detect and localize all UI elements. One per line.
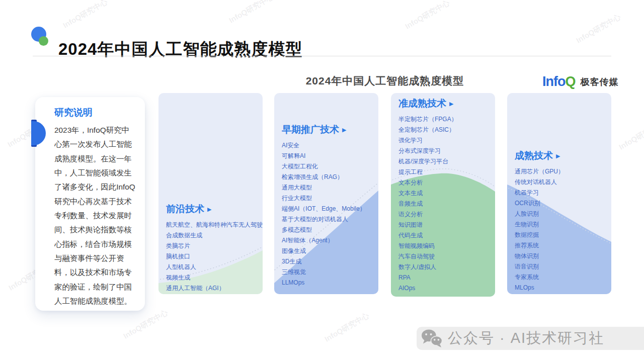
background-watermark: InfoQ研究中心 [404, 0, 451, 32]
tech-item: 通用大模型 [282, 183, 378, 193]
tech-item: 语音识别 [515, 261, 611, 272]
tech-item: 强化学习 [398, 135, 495, 146]
research-note-body: 2023年，InfoQ研究中心第一次发布人工智能成熟度模型。在这一年中，人工智能… [54, 123, 136, 308]
tech-item: 合成数据生成 [166, 230, 263, 241]
arrow-right-icon: ▶ [342, 127, 346, 133]
background-watermark: InfoQ研究中心 [227, 0, 275, 26]
tech-item: 机器学习 [515, 188, 611, 198]
column-quasi-mature-tech: 准成熟技术▶ 半定制芯片（FPGA）全定制芯片（ASIC）强化学习分布式深度学习… [391, 93, 495, 297]
tech-item: RPA [398, 273, 495, 283]
tech-item: 通用芯片（GPU） [515, 166, 611, 177]
tech-item: 代码生成 [398, 230, 495, 241]
tech-item: 人脸识别 [515, 209, 611, 219]
tech-item: 推荐系统 [515, 240, 611, 251]
wechat-icon [421, 328, 444, 348]
column-mature-tech: 成熟技术▶ 通用芯片（GPU）传统对话机器人机器学习OCR识别人脸识别生物识别数… [507, 93, 611, 294]
tech-item: 分布式深度学习 [398, 146, 495, 156]
column-title: 成熟技术▶ [515, 149, 611, 162]
tech-item: 文本生成 [398, 188, 495, 199]
infoq-logo: Info Q 极客传媒 [542, 74, 619, 89]
tech-item: 半定制芯片（FPGA） [398, 114, 495, 125]
tech-item: 端侧AI（IOT、Edge、Mobile） [282, 204, 378, 214]
tech-item: 人型机器人 [166, 262, 263, 273]
tech-item: 语义分析 [398, 209, 495, 220]
column-title-text: 早期推广技术 [282, 124, 339, 135]
column-title-text: 成熟技术 [515, 150, 553, 161]
tech-item: 物体识别 [515, 251, 611, 261]
ribbon-icon [31, 121, 46, 145]
background-watermark: InfoQ研究中心 [323, 311, 371, 344]
tech-item: AI智能体（Agent） [282, 235, 378, 246]
tech-item: 全定制芯片（ASIC） [398, 125, 495, 135]
tech-item: 音频生成 [398, 199, 495, 209]
background-watermark: InfoQ研究中心 [61, 0, 109, 31]
tech-item: 专家系统 [515, 272, 611, 283]
tech-item: 机器/深度学习平台 [398, 156, 495, 167]
infoq-logo-suffix: 极客传媒 [581, 76, 619, 88]
research-note-card: 研究说明 2023年，InfoQ研究中心第一次发布人工智能成熟度模型。在这一年中… [35, 97, 145, 311]
background-watermark: InfoQ研究中心 [122, 308, 170, 341]
tech-item: 图像生成 [282, 246, 378, 256]
tech-item: 大模型工程化 [282, 161, 378, 172]
research-note-title: 研究说明 [54, 106, 136, 119]
tech-item: 生物识别 [515, 219, 611, 230]
column-title-text: 前沿技术 [166, 204, 204, 214]
tech-item: 知识图谱 [398, 220, 495, 230]
tech-item: 文本分析 [398, 177, 495, 188]
tech-item: 智能视频编码 [398, 241, 495, 251]
tech-item: 多模态模型 [282, 225, 378, 235]
background-watermark: InfoQ研究中心 [575, 12, 622, 45]
column-title: 准成熟技术▶ [398, 97, 495, 110]
tech-item-list: AI安全可解释AI大模型工程化检索增强生成（RAG）通用大模型行业大模型端侧AI… [282, 140, 378, 288]
tech-item: OCR识别 [515, 198, 611, 209]
footer-watermark: 公众号 · AI技术研习社 [417, 327, 644, 350]
tech-item: 传统对话机器人 [515, 177, 611, 188]
tech-item: 航天航空、航海和特种汽车无人驾驶 [166, 220, 263, 230]
tech-item-list: 航天航空、航海和特种汽车无人驾驶合成数据生成类脑芯片脑机接口人型机器人视频生成通… [166, 220, 263, 294]
tech-item: 数字人/虚拟人 [398, 262, 495, 273]
title-divider [33, 56, 611, 56]
column-title: 前沿技术▶ [166, 203, 263, 216]
footer-watermark-label: 公众号 · AI技术研习社 [448, 328, 604, 348]
column-frontier-tech: 前沿技术▶ 航天航空、航海和特种汽车无人驾驶合成数据生成类脑芯片脑机接口人型机器… [158, 93, 263, 294]
background-watermark: InfoQ研究中心 [617, 119, 644, 152]
tech-item: 可解释AI [282, 151, 378, 161]
arrow-right-icon: ▶ [556, 153, 560, 159]
tech-item: 检索增强生成（RAG） [282, 172, 378, 183]
column-early-adoption-tech: 早期推广技术▶ AI安全可解释AI大模型工程化检索增强生成（RAG）通用大模型行… [274, 93, 378, 294]
tech-item: LLMOps [282, 278, 378, 288]
tech-item: 基于大模型的对话机器人 [282, 214, 378, 225]
column-title-text: 准成熟技术 [398, 98, 446, 109]
column-title: 早期推广技术▶ [282, 123, 378, 136]
slide-title: 2024年中国人工智能成熟度模型 [58, 38, 302, 61]
infoq-logo-q: Q [565, 74, 575, 89]
tech-item: 脑机接口 [166, 251, 263, 262]
tech-item: 视频生成 [166, 273, 263, 283]
title-accent-green-dot [39, 36, 48, 46]
tech-item-list: 半定制芯片（FPGA）全定制芯片（ASIC）强化学习分布式深度学习机器/深度学习… [398, 114, 495, 294]
infoq-logo-info: Info [542, 74, 565, 89]
tech-item: 数据挖掘 [515, 230, 611, 240]
tech-item: 三维视觉 [282, 267, 378, 278]
tech-item-list: 通用芯片（GPU）传统对话机器人机器学习OCR识别人脸识别生物识别数据挖掘推荐系… [515, 166, 611, 293]
tech-item: AIOps [398, 283, 495, 294]
tech-item: 行业大模型 [282, 193, 378, 204]
tech-item: 3D生成 [282, 256, 378, 267]
tech-item: 通用人工智能（AGI） [166, 283, 263, 294]
tech-item: MLOps [515, 283, 611, 293]
arrow-right-icon: ▶ [449, 101, 453, 107]
tech-item: AI安全 [282, 140, 378, 151]
arrow-right-icon: ▶ [207, 206, 211, 212]
tech-item: 类脑芯片 [166, 241, 263, 251]
tech-item: 提示工程 [398, 167, 495, 177]
tech-item: 汽车自动驾驶 [398, 251, 495, 262]
